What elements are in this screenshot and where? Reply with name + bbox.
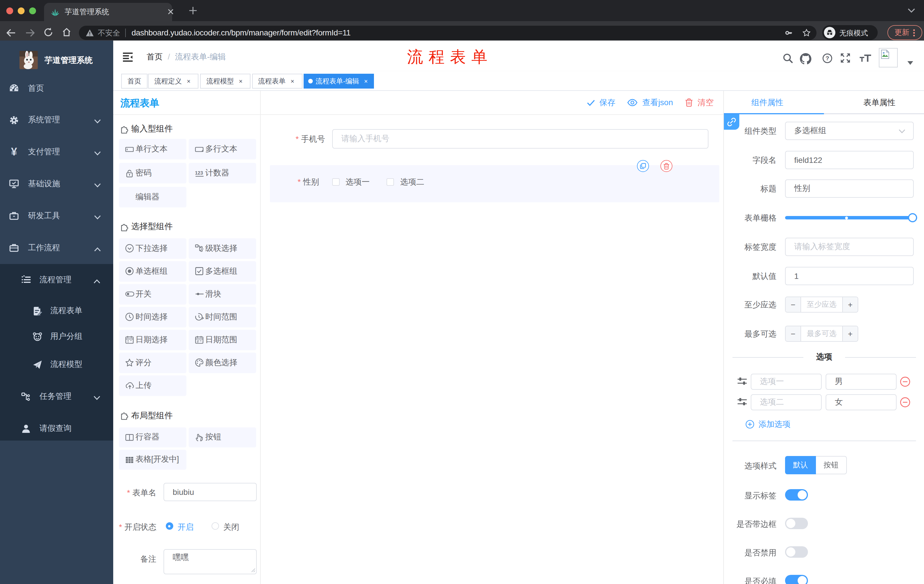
svg-text:123: 123: [195, 170, 203, 175]
svg-text:?: ?: [826, 55, 829, 61]
